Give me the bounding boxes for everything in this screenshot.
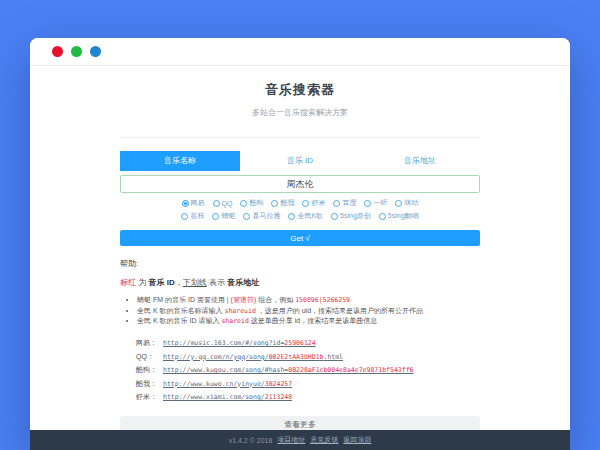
- radio-circle-icon: [331, 213, 338, 220]
- example-site-label: 酷狗：: [136, 365, 163, 375]
- minimize-window-icon[interactable]: [71, 46, 82, 57]
- example-site-label: 酷我：: [136, 379, 163, 389]
- radio-circle-icon: [395, 200, 402, 207]
- example-url-link[interactable]: http://www.kuwo.cn/yinyue/3024257: [163, 380, 292, 388]
- radio-circle-icon: [333, 200, 340, 207]
- example-url-link[interactable]: http://www.xiami.com/song/2113248: [163, 393, 292, 401]
- help-bullet: 全民 K 歌的音乐 ID 请输入 shareid 这是单曲分享 id，搜索结果是…: [137, 316, 480, 327]
- window-titlebar: [30, 38, 570, 66]
- tab-2[interactable]: 音乐地址: [360, 151, 480, 171]
- text-segment: 标红: [120, 278, 136, 287]
- source-radio[interactable]: 酷我: [271, 198, 294, 208]
- radio-circle-icon: [182, 200, 189, 207]
- help-legend: 标红 为 音乐 ID，下划线 表示 音乐地址: [120, 277, 480, 288]
- radio-circle-icon: [243, 213, 250, 220]
- text-segment: ，: [175, 278, 183, 287]
- source-radio[interactable]: 百度: [333, 198, 356, 208]
- source-label: 5sing翻唱: [388, 211, 419, 221]
- url-music-id: 002E2tAA3bHD1b: [269, 353, 324, 361]
- text-segment: 150896|5266259: [295, 296, 350, 304]
- source-radio[interactable]: 荔枝: [181, 211, 204, 221]
- example-url-link[interactable]: http://www.kugou.com/song/#hash=0B228aF1…: [163, 366, 413, 374]
- footer-link[interactable]: 项目地址: [277, 435, 305, 445]
- example-site-label: 虾米：: [136, 392, 163, 402]
- search-input[interactable]: [120, 175, 480, 193]
- source-label: 酷狗: [249, 198, 263, 208]
- tab-1[interactable]: 音乐 ID: [240, 151, 360, 171]
- example-site-label: QQ：: [136, 352, 163, 362]
- header-divider: [120, 137, 480, 138]
- source-label: 咪咕: [404, 198, 418, 208]
- example-row: 酷我：http://www.kuwo.cn/yinyue/3024257: [136, 377, 480, 391]
- url-music-id: 0B228aF1cb004e8a4e7e9871bf543ff6: [288, 366, 413, 374]
- source-row-1: 网易QQ酷狗酷我虾米百度一听咪咕: [120, 198, 480, 208]
- footer-link[interactable]: 返回顶部: [343, 435, 371, 445]
- text-segment: 全民 K 歌的音乐 ID 请输入: [137, 317, 221, 324]
- radio-circle-icon: [181, 213, 188, 220]
- text-segment: ，这是用户的 uid，搜索结果是该用户的所有公开作品: [256, 307, 423, 314]
- source-radio[interactable]: 5sing翻唱: [379, 211, 419, 221]
- url-music-id: 3024257: [265, 380, 292, 388]
- text-segment: 这是单曲分享 id，搜索结果是该单曲信息: [249, 317, 377, 324]
- source-radio[interactable]: QQ: [213, 200, 233, 207]
- text-segment: shareuid: [225, 307, 256, 315]
- text-segment: 组合，例如: [256, 296, 295, 303]
- tab-0[interactable]: 音乐名称: [120, 151, 240, 171]
- source-label: 喜马拉雅: [252, 211, 280, 221]
- radio-circle-icon: [240, 200, 247, 207]
- page-footer: v1.4.2 © 2018 项目地址意见反馈返回顶部: [30, 430, 570, 450]
- text-segment: 下划线: [183, 278, 207, 287]
- source-radio[interactable]: 一听: [364, 198, 387, 208]
- radio-circle-icon: [271, 200, 278, 207]
- source-label: 蜻蜓: [221, 211, 235, 221]
- example-row: QQ：http://y.qq.com/n/yqq/song/002E2tAA3b…: [136, 350, 480, 364]
- source-radio[interactable]: 咪咕: [395, 198, 418, 208]
- source-radio[interactable]: 酷狗: [240, 198, 263, 208]
- example-url-link[interactable]: http://y.qq.com/n/yqq/song/002E2tAA3bHD1…: [163, 353, 343, 361]
- text-segment: shareid: [221, 317, 248, 325]
- url-prefix: http://y.qq.com/n/yqq/song/: [163, 353, 269, 361]
- example-site-label: 网易：: [136, 338, 163, 348]
- help-bullet: 全民 K 歌的音乐名称请输入 shareuid ，这是用户的 uid，搜索结果是…: [137, 306, 480, 317]
- radio-circle-icon: [288, 213, 295, 220]
- text-segment: 为: [136, 278, 148, 287]
- source-radio[interactable]: 5sing原创: [331, 211, 371, 221]
- source-row-2: 荔枝蜻蜓喜马拉雅全民K歌5sing原创5sing翻唱: [120, 211, 480, 221]
- example-url-link[interactable]: http://music.163.com/#/song?id=25906124: [163, 339, 316, 347]
- example-row: 酷狗：http://www.kugou.com/song/#hash=0B228…: [136, 364, 480, 378]
- source-label: 酷我: [280, 198, 294, 208]
- page-title: 音乐搜索器: [120, 81, 480, 99]
- source-label: 全民K歌: [297, 211, 323, 221]
- source-radio[interactable]: 全民K歌: [288, 211, 323, 221]
- text-segment: | (管道符): [227, 296, 256, 303]
- text-segment: 音乐地址: [227, 278, 259, 287]
- help-bullet: 蜻蜓 FM 的音乐 ID 需要使用 | (管道符) 组合，例如 150896|5…: [137, 295, 480, 306]
- radio-circle-icon: [302, 200, 309, 207]
- get-button[interactable]: Get √: [120, 230, 480, 246]
- footer-links: 项目地址意见反馈返回顶部: [277, 435, 371, 445]
- page-subtitle: 多站合一音乐搜索解决方案: [120, 107, 480, 118]
- maximize-window-icon[interactable]: [90, 46, 101, 57]
- url-prefix: http://www.xiami.com/song/: [163, 393, 265, 401]
- source-radio[interactable]: 网易: [182, 198, 205, 208]
- url-prefix: http://music.163.com/#/song?id=: [163, 339, 284, 347]
- source-label: 百度: [342, 198, 356, 208]
- source-radio[interactable]: 蜻蜓: [212, 211, 235, 221]
- footer-link[interactable]: 意见反馈: [310, 435, 338, 445]
- source-label: 网易: [191, 198, 205, 208]
- source-label: 一听: [373, 198, 387, 208]
- close-window-icon[interactable]: [52, 46, 63, 57]
- radio-circle-icon: [213, 200, 220, 207]
- url-music-id: 25906124: [284, 339, 315, 347]
- source-label: QQ: [222, 200, 233, 207]
- source-radio[interactable]: 虾米: [302, 198, 325, 208]
- example-row: 网易：http://music.163.com/#/song?id=259061…: [136, 337, 480, 351]
- source-label: 5sing原创: [340, 211, 371, 221]
- radio-circle-icon: [364, 200, 371, 207]
- text-segment: 蜻蜓 FM 的音乐 ID 需要使用: [137, 296, 227, 303]
- example-url-list: 网易：http://music.163.com/#/song?id=259061…: [120, 337, 480, 405]
- help-heading: 帮助:: [120, 258, 480, 269]
- source-radio[interactable]: 喜马拉雅: [243, 211, 280, 221]
- help-bullet-list: 蜻蜓 FM 的音乐 ID 需要使用 | (管道符) 组合，例如 150896|5…: [120, 295, 480, 327]
- url-suffix: .html: [323, 353, 343, 361]
